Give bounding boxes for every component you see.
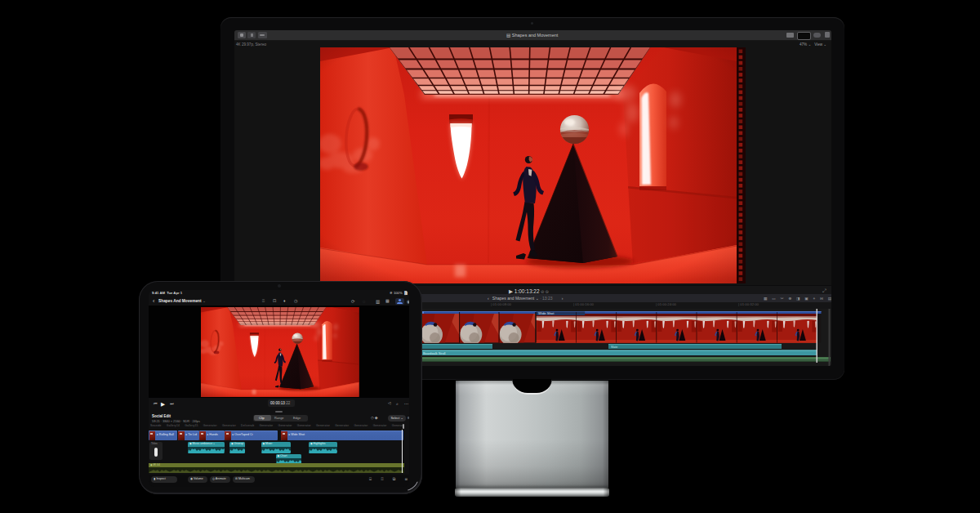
svg-text:Wide Shot: Wide Shot [538,311,555,315]
svg-text:Slate: Slate [611,345,617,348]
svg-text:Boardwalk Stroll: Boardwalk Stroll [423,351,446,355]
